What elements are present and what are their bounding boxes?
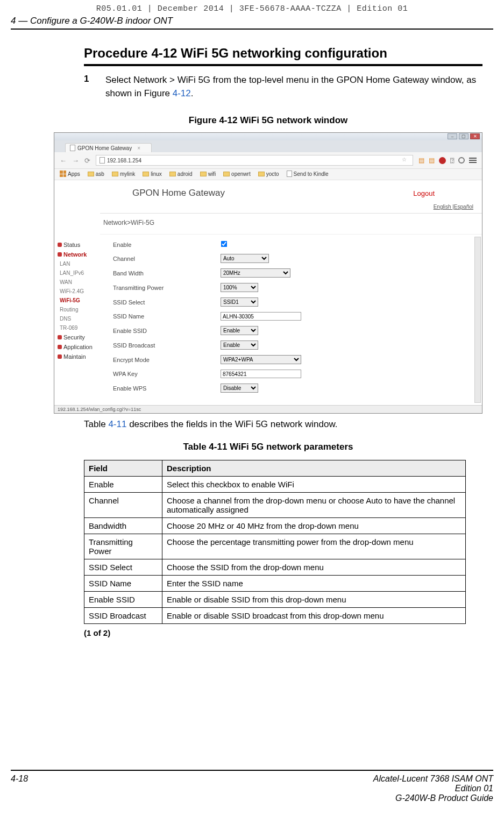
forward-icon[interactable]: → xyxy=(72,157,79,165)
address-text: 192.168.1.254 xyxy=(107,158,141,164)
table-caption: Table 4-11 WiFi 5G network parameters xyxy=(54,442,482,452)
page-header: 4 — Configure a G-240W-B indoor ONT xyxy=(11,16,493,30)
table-row: EnableSelect this checkbox to enable WiF… xyxy=(84,477,466,493)
sidebar-item-security[interactable]: Security xyxy=(56,332,100,342)
footer-edition: Edition 01 xyxy=(373,784,493,793)
bookmark-folder[interactable]: adroid xyxy=(169,171,193,177)
bookmark-label: adroid xyxy=(178,171,193,177)
wpakey-label: WPA Key xyxy=(113,371,221,377)
ssidname-input[interactable] xyxy=(221,312,301,321)
bookmark-label: mylink xyxy=(120,171,135,177)
table-row: Transmitting PowerChoose the percentage … xyxy=(84,534,466,559)
back-icon[interactable]: ← xyxy=(60,157,67,165)
extension-icon[interactable] xyxy=(439,157,446,164)
breadcrumb: Network>WiFi-5G xyxy=(100,213,482,235)
procedure-title: Procedure 4-12 WiFi 5G networking config… xyxy=(84,46,482,66)
table-intro-text: Table 4-11 describes the fields in the W… xyxy=(84,419,482,430)
desc-cell: Choose the SSID from the drop-down menu xyxy=(162,559,466,576)
sidebar-item-application[interactable]: Application xyxy=(56,342,100,352)
bookmark-folder[interactable]: wifi xyxy=(200,171,216,177)
enable-label: Enable xyxy=(113,242,221,248)
table-row: ChannelChoose a channel from the drop-do… xyxy=(84,493,466,518)
browser-tab[interactable]: GPON Home Gateway × xyxy=(65,143,152,152)
enable-checkbox[interactable] xyxy=(221,241,228,247)
bookmark-link[interactable]: Send to Kindle xyxy=(287,171,329,177)
figure-browser-window: – ▢ ✕ GPON Home Gateway × ← → ⟳ 192.168.… xyxy=(54,132,482,414)
table-header-field: Field xyxy=(84,460,162,477)
table-continuation: (1 of 2) xyxy=(84,628,482,637)
page-number: 4-18 xyxy=(11,774,28,803)
window-minimize-icon[interactable]: – xyxy=(448,133,457,139)
language-switch[interactable]: English |Español xyxy=(100,204,482,213)
draft-banner: R05.01.01 | December 2014 | 3FE-56678-AA… xyxy=(0,0,504,16)
table-row: BandwidthChoose 20 MHz or 40 MHz from th… xyxy=(84,518,466,534)
sidebar-item-maintain[interactable]: Maintain xyxy=(56,352,100,361)
step-text: Select Network > WiFi 5G from the top-le… xyxy=(105,74,482,100)
sidebar-label: Security xyxy=(63,334,85,340)
window-close-icon[interactable]: ✕ xyxy=(470,133,480,139)
figure-xref-link[interactable]: 4-12 xyxy=(173,88,191,98)
rss-icon[interactable]: ▤ xyxy=(418,157,424,164)
footer-guide: G-240W-B Product Guide xyxy=(373,793,493,803)
tab-close-icon[interactable]: × xyxy=(137,145,140,151)
txpower-select[interactable]: 100% xyxy=(221,283,258,292)
sidebar-item-routing[interactable]: Routing xyxy=(56,305,100,314)
desc-cell: Enable or disable SSID from this drop-do… xyxy=(162,592,466,608)
bullet-icon xyxy=(58,354,62,359)
sidebar-item-tr069[interactable]: TR-069 xyxy=(56,323,100,332)
extension-icon-3[interactable] xyxy=(458,157,465,164)
bookmark-label: wifi xyxy=(208,171,216,177)
rss-icon-2[interactable]: ▤ xyxy=(429,157,435,164)
bullet-icon xyxy=(58,335,62,339)
sidebar-item-wifi24g[interactable]: WiFi-2.4G xyxy=(56,287,100,296)
intro-pre: Table xyxy=(84,419,108,429)
field-cell: Enable SSID xyxy=(84,592,162,608)
address-bar[interactable]: 192.168.1.254 xyxy=(96,155,413,166)
bookmark-star-icon[interactable] xyxy=(402,157,409,164)
ssidbroadcast-label: SSID Broadcast xyxy=(113,342,221,349)
bookmark-folder[interactable]: asb xyxy=(88,171,104,177)
ssidselect-select[interactable]: SSID1 xyxy=(221,297,258,307)
bookmark-folder[interactable]: openwrt xyxy=(223,171,251,177)
sidebar-item-lan[interactable]: LAN xyxy=(56,259,100,268)
bullet-icon xyxy=(58,252,62,257)
encrypt-select[interactable]: WPA2+WPA xyxy=(221,355,301,364)
sidebar-item-dns[interactable]: DNS xyxy=(56,314,100,323)
channel-select[interactable]: Auto xyxy=(221,254,269,263)
sidebar: Status Network LAN LAN_IPv6 WAN WiFi-2.4… xyxy=(54,235,100,361)
page-icon xyxy=(70,145,75,151)
extension-icon-2[interactable]: ⍰ xyxy=(450,157,454,164)
intro-post: describes the fields in the WiFi 5G netw… xyxy=(126,419,337,429)
ssidname-label: SSID Name xyxy=(113,313,221,320)
sidebar-item-status[interactable]: Status xyxy=(56,240,100,250)
window-maximize-icon[interactable]: ▢ xyxy=(459,133,468,139)
enablessid-label: Enable SSID xyxy=(113,328,221,334)
wpakey-input[interactable] xyxy=(221,370,301,378)
sidebar-item-wan[interactable]: WAN xyxy=(56,278,100,287)
bookmark-folder[interactable]: mylink xyxy=(112,171,135,177)
bookmark-folder[interactable]: linux xyxy=(143,171,162,177)
reload-icon[interactable]: ⟳ xyxy=(84,157,90,165)
bullet-icon xyxy=(58,345,62,349)
menu-icon[interactable] xyxy=(469,157,477,164)
sidebar-item-lan-ipv6[interactable]: LAN_IPv6 xyxy=(56,268,100,278)
bandwidth-select[interactable]: 20MHz xyxy=(221,268,290,278)
bookmark-label: Send to Kindle xyxy=(294,171,329,177)
sidebar-item-wifi5g[interactable]: WiFi-5G xyxy=(56,296,100,305)
ssidbroadcast-select[interactable]: Enable xyxy=(221,340,258,350)
bookmarks-bar: Apps asb mylink linux adroid wifi openwr… xyxy=(54,169,482,180)
wps-select[interactable]: Disable xyxy=(221,384,258,393)
logout-link[interactable]: Logout xyxy=(413,189,435,197)
table-xref-link[interactable]: 4-11 xyxy=(108,419,126,429)
encrypt-label: Encrypt Mode xyxy=(113,357,221,363)
step-1: 1 Select Network > WiFi 5G from the top-… xyxy=(84,74,482,100)
desc-cell: Choose the percentage transmitting power… xyxy=(162,534,466,559)
enablessid-select[interactable]: Enable xyxy=(221,326,258,335)
bookmark-label: yocto xyxy=(266,171,279,177)
apps-button[interactable]: Apps xyxy=(60,171,80,177)
bookmark-label: openwrt xyxy=(231,171,251,177)
footer-product: Alcatel-Lucent 7368 ISAM ONT xyxy=(373,774,493,784)
parameters-table: Field Description EnableSelect this chec… xyxy=(84,460,466,624)
bookmark-folder[interactable]: yocto xyxy=(258,171,279,177)
sidebar-item-network[interactable]: Network xyxy=(56,250,100,259)
